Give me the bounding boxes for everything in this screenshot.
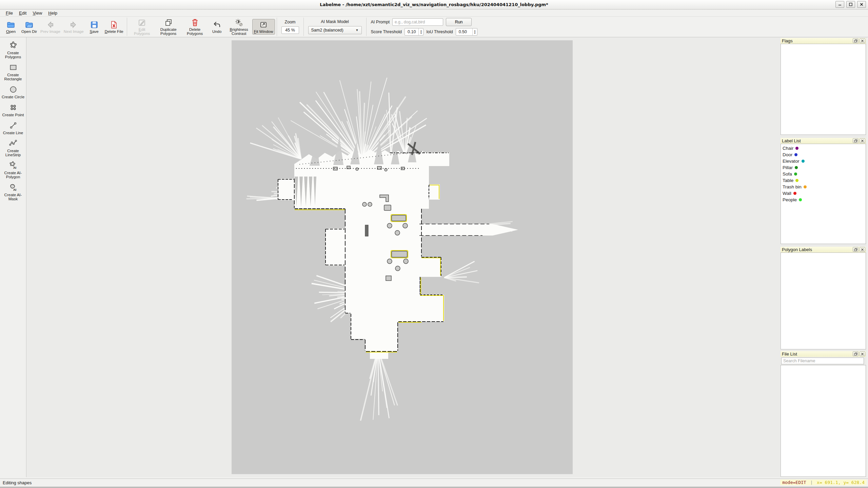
close-button[interactable] (857, 1, 866, 8)
file-list[interactable] (781, 365, 866, 477)
file-list-panel-title: File List (782, 351, 797, 357)
undo-button[interactable]: Undo (208, 19, 226, 35)
score-threshold-value: 0.10 (405, 29, 418, 34)
label-list-item[interactable]: Table (781, 177, 866, 184)
zoom-label: Zoom (285, 20, 296, 24)
polygon-labels-panel-header[interactable]: Polygon Labels (781, 247, 866, 252)
iou-threshold-label: IoU Threshold (426, 29, 453, 34)
flags-panel-header[interactable]: Flags (781, 38, 866, 44)
zoom-spinbox[interactable]: 45 % (281, 26, 299, 34)
brightness-contrast-icon (235, 18, 243, 27)
open-button[interactable]: Open (2, 19, 20, 35)
label-color-dot (804, 185, 807, 188)
polygon-labels-list[interactable] (781, 252, 866, 349)
ai-prompt-input[interactable] (392, 18, 443, 26)
save-button[interactable]: Save (85, 19, 103, 35)
label-color-dot (794, 153, 797, 156)
label-list-panel-title: Label List (782, 138, 801, 143)
label-list-item[interactable]: People (781, 197, 866, 203)
create-circle-tool[interactable]: Create Circle (0, 83, 26, 101)
create-line-tool[interactable]: Create Line (0, 119, 26, 137)
label-list-item[interactable]: Wall (781, 190, 866, 197)
panel-close-button[interactable] (860, 138, 865, 143)
ai-mask-model-label: AI Mask Model (321, 19, 349, 24)
flags-list[interactable] (781, 44, 866, 135)
fit-window-button[interactable]: Fit Window (252, 19, 275, 35)
label-list-panel: Label List ChairDoorElevatorPillarSofaTa… (781, 138, 866, 244)
panel-close-button[interactable] (860, 247, 865, 252)
label-color-dot (802, 160, 805, 163)
brightness-contrast-button[interactable]: Brightness Contrast (226, 17, 252, 37)
toolbar-separator (127, 18, 127, 36)
menubar: File Edit View Help (0, 9, 868, 16)
create-ai-polygon-tool[interactable]: AI Create AI-Polygon (0, 159, 26, 181)
panel-float-button[interactable] (853, 138, 859, 143)
create-linestrip-tool[interactable]: Create LineStrip (0, 137, 26, 159)
titlebar: Labelme - /home/xzt/semantic2d_viz_ws/na… (0, 0, 868, 9)
menu-file[interactable]: File (3, 10, 16, 16)
label-color-dot (795, 166, 798, 169)
svg-text:AI: AI (13, 166, 16, 169)
menu-help[interactable]: Help (45, 10, 60, 16)
spinner-arrows-icon[interactable]: ▲▼ (472, 28, 477, 35)
label-list-panel-header[interactable]: Label List (781, 138, 866, 144)
file-list-panel-header[interactable]: File List (781, 351, 866, 357)
menu-edit[interactable]: Edit (16, 10, 29, 16)
iou-threshold-spinbox[interactable]: 0.50 ▲▼ (456, 28, 477, 36)
delete-polygons-button[interactable]: Delete Polygons (182, 17, 208, 37)
ai-mask-model-group: AI Mask Model Sam2 (balanced) ▼ (305, 19, 364, 34)
panel-close-button[interactable] (860, 351, 865, 356)
chevron-down-icon: ▼ (356, 28, 359, 32)
create-polygons-tool[interactable]: Create Polygons (0, 39, 26, 61)
label-list-item[interactable]: Pillar (781, 164, 866, 171)
file-list-panel: File List (781, 351, 866, 477)
label-name: Wall (783, 191, 791, 196)
label-name: People (783, 197, 797, 202)
toolbar-separator (366, 18, 367, 36)
next-image-button[interactable]: Next Image (62, 19, 85, 35)
prev-image-button[interactable]: Prev Image (39, 19, 62, 35)
score-threshold-spinbox[interactable]: 0.10 ▲▼ (405, 28, 423, 36)
linestrip-icon (9, 139, 18, 148)
toolbar: Open Open Dir Prev Image Next Image Save (0, 16, 868, 37)
label-list-item[interactable]: Elevator (781, 158, 866, 164)
menu-view[interactable]: View (29, 10, 45, 16)
label-list: ChairDoorElevatorPillarSofaTableTrash bi… (781, 144, 866, 244)
spinner-arrows-icon[interactable]: ▲▼ (418, 28, 423, 35)
minimize-button[interactable] (835, 1, 844, 8)
file-search-input[interactable] (781, 358, 864, 364)
close-icon (860, 2, 864, 6)
edit-polygons-button[interactable]: Edit Polygons (129, 17, 155, 37)
open-dir-icon (25, 20, 34, 29)
panel-float-button[interactable] (853, 351, 859, 356)
status-mode-coords: mode=EDIT | x= 691.1, y= 628.4 (780, 480, 867, 485)
panel-float-button[interactable] (853, 247, 859, 252)
delete-file-button[interactable]: Delete File (103, 19, 125, 35)
create-point-tool[interactable]: Create Point (0, 101, 26, 119)
right-dock: Flags Label List ChairDoorElevatorPillar… (780, 37, 867, 477)
open-dir-button[interactable]: Open Dir (20, 19, 39, 35)
panel-float-button[interactable] (853, 38, 859, 43)
tools-sidebar: Create Polygons Create Rectangle Create … (0, 37, 26, 477)
status-mode: mode=EDIT (782, 480, 806, 485)
duplicate-polygons-button[interactable]: Duplicate Polygons (155, 17, 182, 37)
next-arrow-icon (69, 20, 78, 29)
panel-close-button[interactable] (860, 38, 865, 43)
maximize-button[interactable] (846, 1, 855, 8)
label-list-item[interactable]: Sofa (781, 171, 866, 177)
prev-arrow-icon (46, 20, 55, 29)
float-icon (854, 139, 857, 142)
label-list-item[interactable]: Chair (781, 145, 866, 151)
minimize-icon (838, 2, 842, 6)
create-rectangle-tool[interactable]: Create Rectangle (0, 61, 26, 83)
label-color-dot (793, 192, 796, 195)
ai-mask-model-select[interactable]: Sam2 (balanced) ▼ (308, 26, 362, 34)
open-folder-icon (6, 20, 15, 29)
label-list-item[interactable]: Door (781, 151, 866, 158)
polygon-labels-panel: Polygon Labels (781, 247, 866, 349)
label-color-dot (799, 198, 802, 201)
map-canvas[interactable] (232, 40, 573, 474)
run-button[interactable]: Run (446, 18, 472, 26)
create-ai-mask-tool[interactable]: AI Create AI-Mask (0, 181, 26, 203)
label-list-item[interactable]: Trash bin (781, 184, 866, 190)
